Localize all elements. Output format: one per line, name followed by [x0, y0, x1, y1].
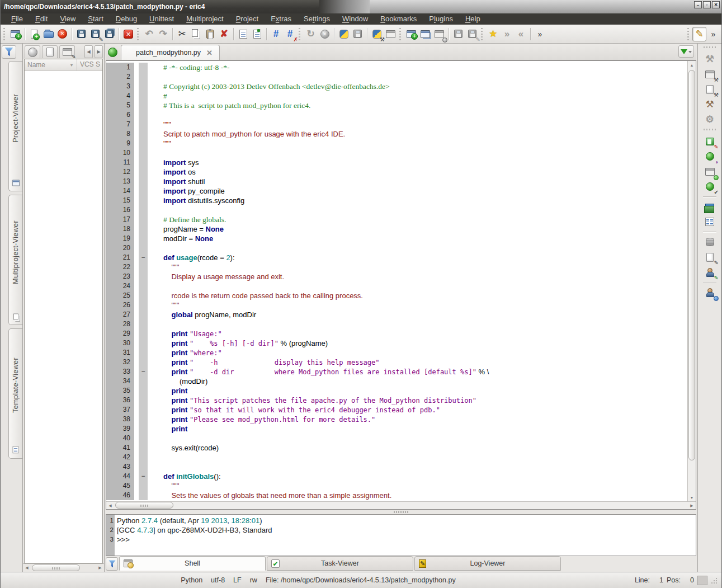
- dock-tab-project-viewer[interactable]: Project-Viewer: [8, 61, 22, 191]
- maximize-button[interactable]: ▫: [703, 1, 711, 8]
- menu-help[interactable]: Help: [459, 13, 487, 25]
- menu-settings[interactable]: Settings: [298, 13, 336, 25]
- menu-unittest[interactable]: Unittest: [143, 13, 180, 25]
- menu-start[interactable]: Start: [82, 13, 109, 25]
- package-button[interactable]: [351, 27, 365, 41]
- menu-view[interactable]: View: [54, 13, 82, 25]
- shell-panel[interactable]: 1Python 2.7.4 (default, Apr 19 2013, 18:…: [106, 514, 696, 556]
- qt-linguist-button[interactable]: ◗: [702, 149, 718, 164]
- scroll-right-arrow-icon[interactable]: ▶: [688, 502, 696, 509]
- splitter-grip[interactable]: [394, 511, 408, 513]
- menu-window[interactable]: Window: [336, 13, 374, 25]
- web-browser-button[interactable]: [702, 285, 718, 300]
- bookmark-prev-button[interactable]: «: [514, 27, 528, 41]
- bookmark-toggle-button[interactable]: ★: [486, 27, 500, 41]
- dock-tab-template-viewer[interactable]: Template-Viewer: [8, 328, 22, 459]
- vscroll-thumb[interactable]: [688, 70, 695, 460]
- toolbar-handle[interactable]: [704, 46, 716, 50]
- menu-edit[interactable]: Edit: [29, 13, 54, 25]
- new-window-button[interactable]: [8, 27, 22, 41]
- python-console-button[interactable]: [337, 27, 351, 41]
- dock-tab-multiproject-viewer[interactable]: Multiproject-Viewer: [8, 195, 22, 325]
- toolbar-overflow-button[interactable]: »: [533, 27, 547, 41]
- window-tools-button[interactable]: ⚒: [702, 67, 718, 82]
- help-viewer-button[interactable]: [702, 199, 718, 214]
- close-file-button[interactable]: [55, 27, 69, 41]
- preferences-button[interactable]: ⚙: [702, 112, 718, 127]
- wrench-button[interactable]: ⚒: [702, 51, 718, 67]
- close-button[interactable]: ✕: [712, 1, 720, 8]
- scroll-up-arrow-icon[interactable]: ▲: [688, 61, 696, 69]
- editor-hscrollbar[interactable]: ◀ ▶: [106, 501, 696, 509]
- copy-button[interactable]: [189, 27, 203, 41]
- scroll-down-arrow-icon[interactable]: ▼: [688, 493, 696, 501]
- comment-button[interactable]: [236, 27, 250, 41]
- cut-button[interactable]: ✂: [175, 27, 189, 41]
- project-file-list[interactable]: [25, 71, 102, 563]
- sql-browser-button[interactable]: [702, 234, 718, 250]
- split-view-button[interactable]: [418, 27, 432, 41]
- undo-button[interactable]: ↶: [142, 27, 156, 41]
- python-tools-button[interactable]: ⚒: [370, 27, 384, 41]
- toolbar-handle[interactable]: [299, 28, 302, 40]
- menu-project[interactable]: Project: [230, 13, 265, 25]
- toolbar-handle[interactable]: [481, 28, 484, 40]
- fold-marker[interactable]: −: [139, 367, 148, 377]
- scroll-left-button[interactable]: ◀: [84, 45, 93, 58]
- close-editor-button[interactable]: [121, 27, 135, 41]
- minimize-button[interactable]: –: [694, 1, 702, 8]
- scroll-left-arrow-icon[interactable]: ◀: [23, 565, 31, 572]
- tab-log-viewer[interactable]: Log-Viewer: [414, 556, 561, 571]
- save-session-button[interactable]: [451, 27, 465, 41]
- shell-splitter[interactable]: [106, 510, 696, 514]
- new-view-button[interactable]: [404, 27, 418, 41]
- tab-shell[interactable]: Shell: [119, 556, 266, 571]
- menu-debug[interactable]: Debug: [110, 13, 143, 25]
- code-editor[interactable]: 1# -*- coding: utf-8 -*-23# Copyright (c…: [106, 60, 696, 510]
- editor-list-dropdown-button[interactable]: [678, 45, 694, 58]
- save-as-button[interactable]: ✎: [88, 27, 102, 41]
- new-file-button[interactable]: [27, 27, 41, 41]
- tab-task-viewer[interactable]: Task-Viewer: [267, 556, 413, 571]
- spelling-button[interactable]: ✎: [692, 27, 706, 41]
- refresh-button[interactable]: ↻: [304, 27, 318, 41]
- resize-grip[interactable]: [711, 577, 718, 584]
- toolbar-handle[interactable]: [687, 28, 691, 40]
- icon-editor-button[interactable]: ✎: [702, 265, 718, 280]
- save-button[interactable]: [74, 27, 88, 41]
- toolbar-handle[interactable]: [137, 28, 140, 40]
- fold-marker[interactable]: −: [139, 472, 148, 481]
- close-view-button[interactable]: [432, 27, 446, 41]
- bookmark-next-button[interactable]: »: [500, 27, 514, 41]
- project-properties-button[interactable]: [25, 45, 40, 58]
- toolbox-button[interactable]: ⚒: [702, 97, 718, 112]
- dialog-tools-button[interactable]: ⚒: [702, 82, 718, 97]
- scroll-thumb[interactable]: [32, 565, 80, 571]
- sidebar-hscrollbar[interactable]: ◀ ▶: [23, 563, 104, 572]
- menu-bookmarks[interactable]: Bookmarks: [374, 13, 423, 25]
- stop-button[interactable]: [318, 27, 332, 41]
- hscroll-thumb[interactable]: [115, 502, 173, 509]
- menu-multiproject[interactable]: Multiproject: [180, 13, 229, 25]
- column-name[interactable]: Name ▼: [25, 59, 77, 70]
- menu-extras[interactable]: Extras: [265, 13, 298, 25]
- compare-files-button[interactable]: [702, 214, 718, 229]
- paste-button[interactable]: [203, 27, 217, 41]
- delete-button[interactable]: ✘: [217, 27, 231, 41]
- tr-previewer-button[interactable]: ✔: [702, 179, 718, 194]
- code-area[interactable]: 1# -*- coding: utf-8 -*-23# Copyright (c…: [106, 61, 687, 501]
- scroll-left-arrow-icon[interactable]: ◀: [106, 502, 114, 509]
- fold-marker[interactable]: −: [139, 253, 148, 262]
- menu-plugins[interactable]: Plugins: [423, 13, 459, 25]
- redo-button[interactable]: ↷: [156, 27, 170, 41]
- tab-patch-modpython[interactable]: patch_modpython.py ✕: [121, 45, 220, 60]
- ui-previewer-button[interactable]: [702, 164, 718, 179]
- goto-line-button[interactable]: #: [269, 27, 283, 41]
- title-bar[interactable]: /home/qpc/Downloads/eric4-4.5.13/patch_m…: [1, 0, 721, 13]
- ui-preview-button[interactable]: [384, 27, 398, 41]
- save-all-button[interactable]: [102, 27, 116, 41]
- menu-file[interactable]: File: [5, 13, 29, 25]
- scroll-right-arrow-icon[interactable]: ▶: [96, 565, 104, 572]
- sidebar-filter-button[interactable]: [2, 45, 16, 59]
- restore-session-button[interactable]: ✎: [465, 27, 479, 41]
